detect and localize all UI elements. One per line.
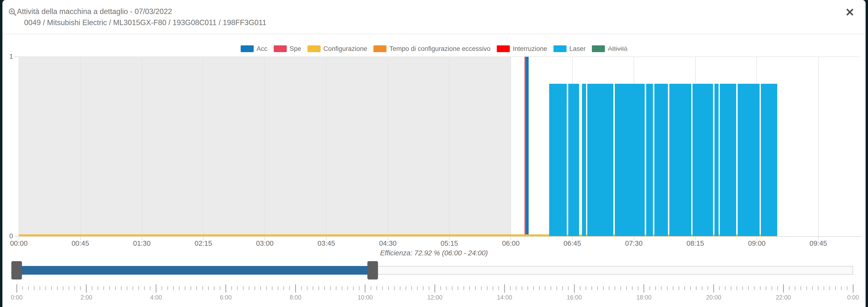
ruler-minor-tick (545, 286, 546, 290)
ruler-minor-tick (63, 286, 63, 290)
ruler-minor-tick (388, 286, 389, 290)
ruler-minor-tick (655, 286, 656, 290)
ruler-minor-tick (452, 286, 453, 290)
ruler-major-tick (156, 284, 156, 293)
ruler-minor-tick (498, 286, 499, 290)
ruler-minor-tick (110, 286, 110, 290)
ruler-minor-tick (103, 286, 104, 290)
ruler-label: 22:00 (769, 294, 798, 301)
ruler-minor-tick (28, 286, 29, 290)
ruler-minor-tick (586, 286, 586, 290)
ruler-minor-tick (690, 286, 691, 290)
ruler-minor-tick (615, 286, 615, 290)
ruler-minor-tick (115, 286, 116, 290)
ruler-minor-tick (748, 286, 749, 290)
ruler-minor-tick (214, 286, 215, 290)
ruler-minor-tick (737, 286, 737, 290)
ruler-minor-tick (539, 286, 540, 290)
ruler-minor-tick (469, 286, 470, 290)
ruler-minor-tick (806, 286, 807, 290)
ruler-minor-tick (708, 286, 708, 290)
ruler-minor-tick (702, 286, 703, 290)
ruler-minor-tick (556, 286, 557, 290)
ruler-minor-tick (667, 286, 668, 290)
ruler-minor-tick (632, 286, 633, 290)
ruler-minor-tick (731, 286, 732, 290)
ruler-minor-tick (80, 286, 81, 290)
ruler-minor-tick (382, 286, 383, 290)
ruler-minor-tick (249, 286, 249, 290)
ruler-minor-tick (231, 286, 232, 290)
ruler-minor-tick (463, 286, 464, 290)
ruler-minor-tick (313, 286, 313, 290)
ruler-minor-tick (609, 286, 610, 290)
ruler-major-tick (17, 284, 17, 293)
ruler-major-tick (86, 284, 87, 293)
ruler-label: 2:00 (72, 294, 101, 301)
ruler-minor-tick (51, 286, 52, 290)
ruler-minor-tick (283, 286, 284, 290)
navigator-handle-right[interactable] (367, 261, 378, 279)
ruler-label: 14:00 (490, 294, 519, 301)
ruler-major-tick (574, 284, 575, 293)
ruler-label: 10:00 (351, 294, 380, 301)
ruler-major-tick (504, 284, 505, 293)
ruler-minor-tick (829, 286, 830, 290)
ruler-minor-tick (684, 286, 685, 290)
ruler-minor-tick (771, 286, 772, 290)
ruler-minor-tick (301, 286, 302, 290)
activity-dialog: Attività della macchina a dettaglio - 07… (2, 0, 866, 307)
ruler-major-tick (295, 284, 296, 293)
ruler-minor-tick (260, 286, 261, 290)
ruler-minor-tick (591, 286, 592, 290)
ruler-minor-tick (417, 286, 418, 290)
ruler-minor-tick (359, 286, 360, 290)
ruler-minor-tick (57, 286, 58, 290)
ruler-minor-tick (278, 286, 278, 290)
ruler-minor-tick (92, 286, 92, 290)
ruler-minor-tick (835, 286, 836, 290)
ruler-minor-tick (847, 286, 847, 290)
ruler-minor-tick (742, 286, 743, 290)
ruler-minor-tick (551, 286, 551, 290)
ruler-minor-tick (795, 286, 795, 290)
ruler-minor-tick (649, 286, 650, 290)
ruler-major-tick (853, 284, 854, 293)
ruler-minor-tick (371, 286, 371, 290)
ruler-minor-tick (516, 286, 517, 290)
ruler-minor-tick (173, 286, 174, 290)
efficiency-caption: Efficienza: 72.92 % (06:00 - 24:00) (2, 249, 866, 257)
ruler-minor-tick (394, 286, 395, 290)
ruler-minor-tick (307, 286, 308, 290)
ruler-label: 6:00 (211, 294, 240, 301)
ruler-label: 18:00 (629, 294, 658, 301)
ruler-minor-tick (185, 286, 185, 290)
ruler-minor-tick (97, 286, 98, 290)
ruler-minor-tick (376, 286, 377, 290)
range-navigator: 0:002:004:006:008:0010:0012:0014:0016:00… (2, 0, 866, 307)
ruler-minor-tick (22, 286, 23, 290)
ruler-minor-tick (144, 286, 145, 290)
ruler-minor-tick (661, 286, 662, 290)
ruler-minor-tick (342, 286, 342, 290)
navigator-handle-left[interactable] (11, 261, 22, 279)
ruler-minor-tick (254, 286, 255, 290)
ruler-minor-tick (272, 286, 273, 290)
ruler-major-tick (783, 284, 784, 293)
ruler-label: 0:00 (2, 294, 31, 301)
ruler-minor-tick (440, 286, 441, 290)
ruler-minor-tick (353, 286, 354, 290)
ruler-minor-tick (400, 286, 400, 290)
ruler-minor-tick (777, 286, 778, 290)
ruler-minor-tick (679, 286, 679, 290)
ruler-minor-tick (39, 286, 40, 290)
ruler-minor-tick (603, 286, 604, 290)
ruler-major-tick (365, 284, 366, 293)
ruler-minor-tick (68, 286, 69, 290)
navigator-selection[interactable] (17, 266, 373, 275)
ruler-minor-tick (45, 286, 46, 290)
ruler-minor-tick (34, 286, 34, 290)
ruler-minor-tick (766, 286, 766, 290)
ruler-minor-tick (789, 286, 789, 290)
ruler-label: 20:00 (699, 294, 728, 301)
